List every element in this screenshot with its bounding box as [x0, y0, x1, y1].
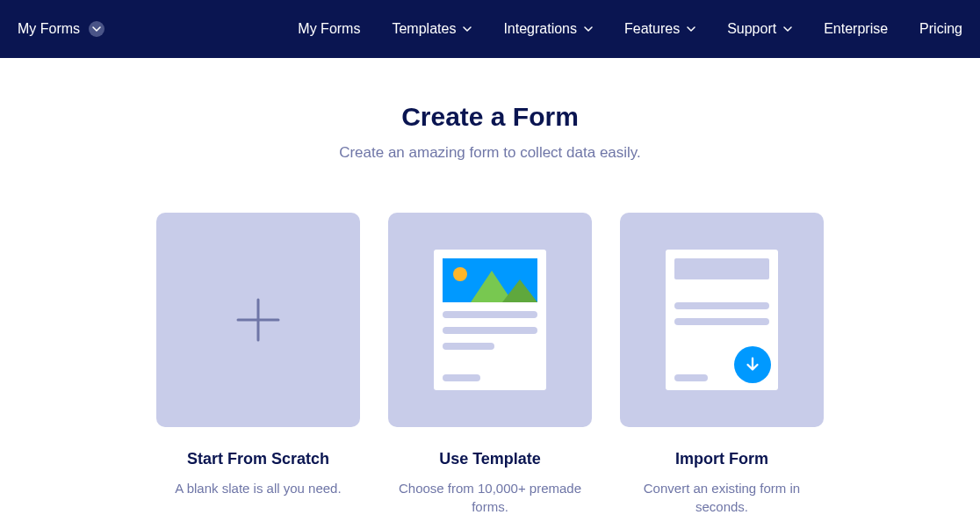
nav-item-label: Enterprise: [824, 21, 888, 37]
nav-item-label: Pricing: [919, 21, 962, 37]
nav-left-dropdown[interactable]: My Forms: [18, 21, 104, 37]
card-import-form[interactable]: Import Form Convert an existing form in …: [620, 213, 824, 516]
card-desc: A blank slate is all you need.: [175, 479, 341, 497]
nav-right: My Forms Templates Integrations Features…: [298, 21, 962, 37]
card-desc: Choose from 10,000+ premade forms.: [388, 479, 592, 516]
nav-item-label: Templates: [392, 21, 456, 37]
nav-item-label: Support: [727, 21, 776, 37]
chevron-down-icon: [463, 25, 472, 33]
nav-item-features[interactable]: Features: [624, 21, 695, 37]
template-doc-icon: [434, 250, 546, 390]
chevron-down-icon: [687, 25, 695, 33]
card-title: Use Template: [439, 450, 541, 468]
download-icon: [734, 346, 771, 383]
chevron-down-icon: [584, 25, 593, 33]
page-subtitle: Create an amazing form to collect data e…: [0, 144, 980, 162]
import-doc-icon: [666, 250, 778, 390]
nav-item-pricing[interactable]: Pricing: [919, 21, 962, 37]
nav-left-label: My Forms: [18, 21, 80, 37]
mountain-icon: [502, 279, 537, 302]
plus-icon: [234, 296, 282, 344]
page-title: Create a Form: [0, 102, 980, 132]
card-start-from-scratch[interactable]: Start From Scratch A blank slate is all …: [156, 213, 360, 516]
nav-item-my-forms[interactable]: My Forms: [298, 21, 360, 37]
nav-item-label: Features: [624, 21, 680, 37]
main-content: Create a Form Create an amazing form to …: [0, 58, 980, 516]
sun-icon: [453, 267, 467, 281]
card-row: Start From Scratch A blank slate is all …: [0, 213, 980, 516]
card-title: Start From Scratch: [187, 450, 329, 468]
nav-item-templates[interactable]: Templates: [392, 21, 472, 37]
card-illustration: [156, 213, 360, 427]
card-illustration: [620, 213, 824, 427]
card-illustration: [388, 213, 592, 427]
nav-item-support[interactable]: Support: [727, 21, 792, 37]
chevron-down-icon: [89, 21, 104, 37]
image-placeholder-icon: [443, 258, 537, 302]
nav-item-label: Integrations: [503, 21, 577, 37]
nav-item-integrations[interactable]: Integrations: [503, 21, 593, 37]
card-title: Import Form: [675, 450, 768, 468]
navbar: My Forms My Forms Templates Integrations…: [0, 0, 980, 58]
nav-item-label: My Forms: [298, 21, 360, 37]
nav-item-enterprise[interactable]: Enterprise: [824, 21, 888, 37]
card-desc: Convert an existing form in seconds.: [620, 479, 824, 516]
chevron-down-icon: [783, 25, 792, 33]
card-use-template[interactable]: Use Template Choose from 10,000+ premade…: [388, 213, 592, 516]
